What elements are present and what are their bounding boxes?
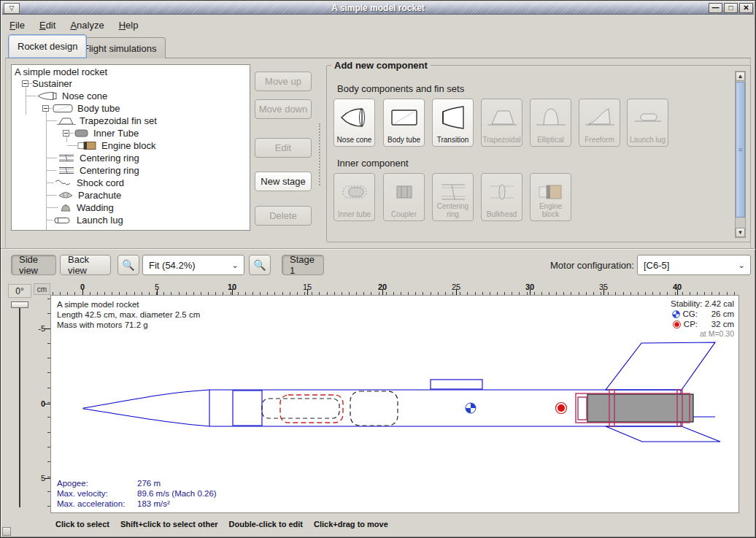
tree-item-centering-ring-2[interactable]: Centering ring [12, 164, 250, 177]
add-component-panel: Add new component Body components and fi… [326, 65, 751, 242]
tip-double-click: Double-click to edit [229, 520, 303, 529]
parachute-icon [57, 191, 74, 200]
centering-ring-icon [437, 180, 469, 206]
edit-button[interactable]: Edit [255, 138, 312, 158]
minimize-button[interactable]: — [709, 3, 722, 13]
tree-item-engine-block[interactable]: Engine block [12, 139, 250, 152]
cg-value: 26 cm [701, 310, 734, 318]
new-stage-button[interactable]: New stage [255, 172, 312, 191]
collapse-toggle-icon[interactable] [22, 80, 28, 87]
delete-button[interactable]: Delete [255, 206, 312, 226]
vertical-ruler: -5 0 5 [34, 295, 50, 513]
nose-cone-icon [339, 105, 371, 131]
zoom-level-select[interactable]: Fit (54.2%) ⌄ [142, 255, 244, 275]
tab-flight-simulations[interactable]: Flight simulations [74, 37, 166, 58]
add-launch-lug-button[interactable]: Launch lug [627, 99, 668, 147]
nose-cone-outline [83, 390, 209, 426]
body-components-label: Body components and fin sets [337, 83, 464, 94]
move-up-button[interactable]: Move up [255, 72, 312, 91]
tree-item-inner-tube[interactable]: Inner Tube [12, 127, 250, 139]
magnifier-icon: 🔍 [122, 259, 134, 271]
collapse-toggle-icon[interactable] [63, 130, 69, 137]
app-window: ▽ A simple model rocket — □ ✕ File Edit … [0, 0, 756, 538]
scroll-up-icon[interactable]: ▲ [736, 72, 745, 81]
elliptical-fin-icon [535, 105, 567, 131]
chevron-down-icon: ⌄ [733, 261, 750, 270]
cp-value: 32 cm [701, 320, 734, 328]
rotation-value: 0° [8, 284, 31, 298]
stage-1-toggle[interactable]: Stage 1 [282, 255, 324, 275]
add-elliptical-fin-button[interactable]: Elliptical [530, 99, 571, 147]
rocket-info: A simple model rocket Length 42.5 cm, ma… [57, 299, 200, 330]
engine-block-icon [535, 180, 567, 206]
menu-analyze[interactable]: Analyze [64, 18, 109, 33]
magnifier-icon: 🔍 [253, 259, 266, 271]
cp-icon [673, 320, 681, 328]
tree-item-trapezoidal-fin-set[interactable]: Trapezoidal fin set [12, 115, 250, 127]
launch-lug-icon [632, 105, 664, 131]
tab-rocket-design[interactable]: Rocket design [8, 34, 87, 58]
back-view-button[interactable]: Back view [60, 255, 111, 275]
rocket-mass: Mass with motors 71.2 g [57, 320, 200, 330]
inner-component-label: Inner component [337, 158, 409, 169]
add-transition-button[interactable]: Transition [432, 99, 474, 147]
flight-summary: Apogee:276 m Max. velocity:89.6 m/s (Mac… [57, 478, 217, 509]
window-menu-icon[interactable]: ▽ [4, 3, 20, 14]
wadding-outline [350, 391, 398, 426]
add-trapezoidal-fin-button[interactable]: Trapezoidal [481, 99, 522, 147]
shock-cord-outline [262, 399, 339, 418]
rotation-slider-handle[interactable] [11, 301, 28, 308]
menu-file[interactable]: File [4, 18, 31, 33]
scroll-down-icon[interactable]: ▼ [736, 228, 745, 237]
engine-block-icon [77, 141, 98, 150]
nose-cone-icon [36, 91, 58, 101]
side-view-button[interactable]: Side view [11, 255, 56, 275]
tree-item-launch-lug[interactable]: Launch lug [12, 214, 250, 226]
panel-splitter[interactable] [319, 123, 321, 185]
add-nose-cone-button[interactable]: Nose cone [333, 99, 375, 147]
tree-item-wadding[interactable]: Wadding [12, 201, 250, 214]
coupler-icon [388, 180, 420, 206]
motor-configuration-select[interactable]: [C6-5] ⌄ [637, 255, 751, 275]
add-bulkhead-button[interactable]: Bulkhead [481, 173, 522, 221]
close-button[interactable]: ✕ [739, 3, 753, 13]
tree-item-centering-ring-1[interactable]: Centering ring [12, 152, 250, 164]
maximize-button[interactable]: □ [724, 3, 738, 13]
scrollbar-thumb[interactable]: ≡ [736, 82, 745, 218]
tree-item-rocket[interactable]: A simple model rocket [12, 65, 250, 77]
body-tube-icon [388, 105, 420, 131]
component-tree[interactable]: A simple model rocket Sustainer Nose con… [11, 64, 250, 231]
apogee-value: 276 m [137, 478, 161, 488]
rotation-slider-track[interactable] [19, 304, 20, 507]
move-down-button[interactable]: Move down [255, 99, 312, 119]
tree-item-sustainer[interactable]: Sustainer [12, 77, 250, 90]
zoom-in-button[interactable]: 🔍 [249, 255, 271, 275]
component-panel-scrollbar[interactable]: ▲ ≡ ▼ [735, 71, 746, 238]
nose-shoulder [233, 391, 262, 426]
bulkhead-icon [486, 180, 518, 206]
add-coupler-button[interactable]: Coupler [383, 173, 425, 221]
tree-item-shock-cord[interactable]: Shock cord [12, 177, 250, 189]
tree-item-body-tube[interactable]: Body tube [12, 102, 250, 115]
menu-edit[interactable]: Edit [34, 18, 61, 33]
rocket-view-canvas[interactable]: A simple model rocket Length 42.5 cm, ma… [50, 295, 739, 513]
zoom-out-button[interactable]: 🔍 [117, 255, 139, 275]
tree-item-parachute[interactable]: Parachute [12, 189, 250, 201]
collapse-toggle-icon[interactable] [42, 105, 49, 112]
add-inner-tube-button[interactable]: Inner tube [333, 173, 375, 221]
tab-bar: Rocket design Flight simulations [5, 34, 751, 58]
max-velocity-value: 89.6 m/s (Mach 0.26) [137, 488, 217, 499]
trapezoidal-fin-icon [486, 105, 518, 131]
centering-ring-icon [57, 153, 76, 163]
add-body-tube-button[interactable]: Body tube [383, 99, 425, 147]
resize-grip[interactable] [2, 527, 11, 536]
stability-value: Stability: 2.42 cal [671, 299, 734, 308]
launch-lug-outline [431, 380, 482, 389]
add-freeform-fin-button[interactable]: Freeform [579, 99, 620, 147]
add-centering-ring-button[interactable]: Centering ring [432, 173, 474, 221]
body-tube-icon [52, 104, 74, 113]
tip-shift-click: Shift+click to select other [120, 520, 218, 529]
menu-help[interactable]: Help [113, 18, 144, 33]
tree-item-nose-cone[interactable]: Nose cone [12, 90, 250, 102]
add-engine-block-button[interactable]: Engine block [530, 173, 571, 221]
